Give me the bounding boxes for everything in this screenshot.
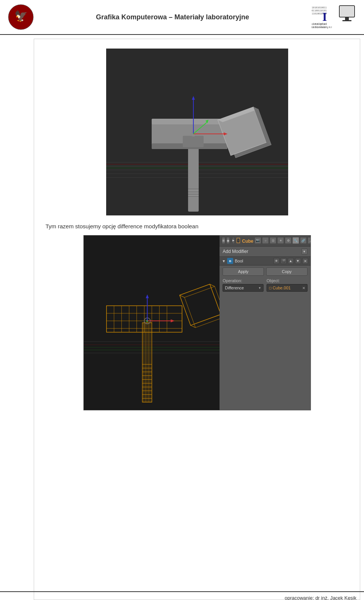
modifier-icon-eye[interactable]: 👁: [273, 258, 279, 264]
operation-dropdown-arrow: ▼: [258, 286, 261, 290]
prop-icon-3[interactable]: ▶: [232, 237, 235, 244]
prop-icon-constraint[interactable]: 🔗: [300, 237, 307, 244]
modifier-bool-icon: B: [227, 258, 233, 264]
logo-right: 10101010011 01100110101 11010010100 0101…: [311, 4, 356, 30]
main-content: Tym razem stosujemy opcję difference mod…: [0, 35, 364, 600]
prop-icon-mat[interactable]: ○: [262, 237, 269, 244]
copy-button[interactable]: Copy: [266, 267, 308, 276]
operation-label: Operation:: [223, 278, 264, 283]
modifier-icon-down[interactable]: ▼: [295, 258, 301, 264]
svg-text:10101010011: 10101010011: [312, 6, 327, 9]
prop-cube-icon: ◻: [237, 238, 240, 243]
prop-icon-obj[interactable]: 🔧: [292, 237, 299, 244]
svg-rect-35: [183, 136, 204, 147]
prop-cube-label: Cube: [242, 238, 253, 245]
page-title: Grafika Komputerowa – Materiały laborato…: [34, 13, 311, 21]
viewport-2: [84, 236, 220, 410]
apply-button[interactable]: Apply: [223, 267, 264, 276]
operation-dropdown[interactable]: Difference ▼: [223, 284, 264, 292]
svg-text:i n f o r m a t y k i: i n f o r m a t y k i: [312, 26, 332, 29]
viewport-1: [106, 49, 288, 215]
content-area: Tym razem stosujemy opcję difference mod…: [34, 39, 360, 600]
svg-text:i n s t y t u t: i n s t y t u t: [313, 22, 327, 25]
object-field[interactable]: ◻ Cube.001 ✕: [267, 284, 308, 292]
modifier-icon-up[interactable]: ▲: [288, 258, 294, 264]
object-cube-icon: ◻: [269, 286, 271, 290]
svg-rect-10: [340, 6, 354, 16]
viewport-panel: ⊞ ◉ ▶ ◻ Cube 📷 ○ ⊡ ✳ ⚙ 🔧 🔗 △: [83, 235, 311, 410]
svg-rect-33: [152, 119, 228, 124]
prop-icon-data[interactable]: △: [308, 237, 310, 244]
prop-icon-part[interactable]: ✳: [277, 237, 284, 244]
prop-icon-cam[interactable]: 📷: [254, 237, 261, 244]
svg-text:I: I: [322, 10, 327, 24]
logo-left: 🦅: [8, 4, 34, 30]
description-text: Tym razem stosujemy opcję difference mod…: [42, 223, 352, 229]
object-clear-icon[interactable]: ✕: [302, 286, 305, 290]
operation-value: Difference: [225, 286, 244, 290]
modifier-bool-label: Bool: [235, 259, 243, 263]
modifier-icon-delete[interactable]: ✕: [302, 258, 308, 264]
prop-icon-phy[interactable]: ⚙: [285, 237, 292, 244]
prop-icon-1[interactable]: ⊞: [222, 237, 225, 244]
add-modifier-dropdown[interactable]: ▼: [301, 248, 308, 254]
object-label: Object:: [267, 278, 308, 283]
prop-icon-2[interactable]: ◉: [226, 237, 230, 244]
properties-panel: ⊞ ◉ ▶ ◻ Cube 📷 ○ ⊡ ✳ ⚙ 🔧 🔗 △: [220, 236, 310, 410]
left-margin: [4, 39, 34, 600]
object-value: Cube.001: [273, 286, 291, 290]
modifier-icon-render[interactable]: 🎬: [281, 258, 287, 264]
add-modifier-label: Add Modifier: [223, 249, 248, 254]
svg-text:🦅: 🦅: [14, 10, 28, 22]
footer-text: opracowanie: dr inż. Jacek Kęsik: [285, 595, 356, 600]
prop-icon-tex[interactable]: ⊡: [270, 237, 276, 244]
page-footer: opracowanie: dr inż. Jacek Kęsik: [0, 591, 364, 600]
modifier-collapse-arrow[interactable]: ▼: [222, 259, 226, 263]
svg-rect-11: [345, 17, 349, 20]
page-header: 🦅 Grafika Komputerowa – Materiały labora…: [0, 0, 364, 35]
svg-rect-12: [342, 20, 351, 21]
